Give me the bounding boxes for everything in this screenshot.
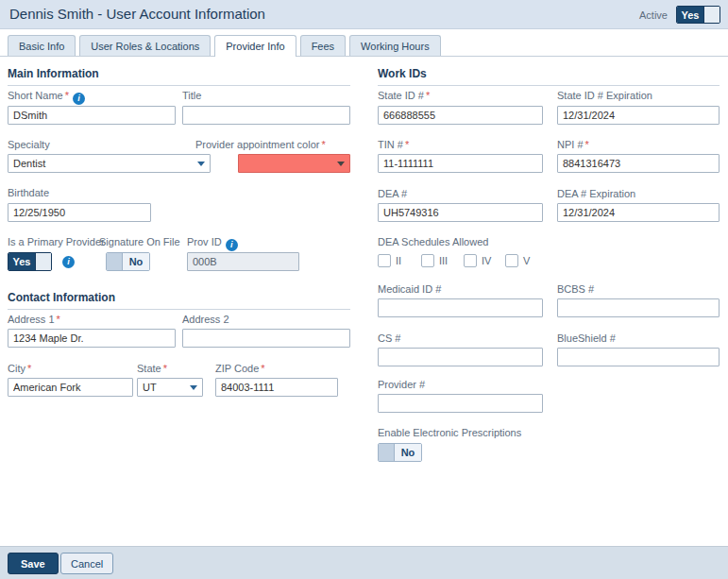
- state-id-label: State ID #*: [378, 90, 430, 101]
- dea-label: DEA #: [378, 188, 407, 199]
- title-input[interactable]: [182, 106, 350, 125]
- signature-on-file-toggle[interactable]: No: [106, 252, 150, 271]
- info-icon[interactable]: i: [73, 93, 85, 105]
- required-marker: *: [163, 363, 167, 374]
- state-id-exp-label: State ID # Expiration: [557, 90, 652, 101]
- chevron-down-icon: [190, 385, 197, 390]
- medicaid-label: Medicaid ID #: [378, 283, 441, 295]
- checkbox[interactable]: [421, 254, 434, 267]
- bcbs-label: BCBS #: [557, 283, 594, 295]
- state-label: State*: [137, 363, 167, 374]
- active-toggle[interactable]: Yes: [676, 6, 720, 24]
- npi-label: NPI #*: [557, 139, 589, 150]
- save-button[interactable]: Save: [8, 553, 59, 574]
- dea-schedule-iii-checkbox[interactable]: III: [421, 253, 448, 268]
- dea-schedule-iv-checkbox[interactable]: IV: [464, 253, 491, 268]
- dea-schedule-ii-checkbox[interactable]: II: [378, 253, 401, 268]
- state-select[interactable]: UT: [137, 378, 203, 397]
- dea-input[interactable]: [378, 203, 543, 222]
- short-name-input[interactable]: [8, 106, 176, 125]
- address1-label: Address 1*: [8, 314, 60, 325]
- chevron-down-icon: [337, 162, 345, 166]
- blueshield-input[interactable]: [557, 348, 720, 366]
- page-title: Dennis Smith - User Account Information: [9, 0, 265, 28]
- short-name-label: Short Name*i: [8, 90, 85, 105]
- toggle-knob: [703, 7, 720, 23]
- specialty-select[interactable]: Dentist: [8, 154, 211, 173]
- zip-label: ZIP Code*: [215, 363, 265, 374]
- city-label: City*: [8, 363, 31, 374]
- birthdate-input[interactable]: [8, 203, 151, 222]
- provider-number-label: Provider #: [378, 379, 425, 390]
- medicaid-input[interactable]: [378, 298, 543, 317]
- primary-provider-label: Is a Primary Provider: [8, 236, 105, 247]
- bcbs-input[interactable]: [557, 298, 720, 317]
- checkbox[interactable]: [505, 254, 518, 267]
- main-information-heading: Main Information: [8, 67, 350, 86]
- active-label: Active: [639, 9, 668, 21]
- tab-user-roles-locations[interactable]: User Roles & Locations: [79, 35, 211, 56]
- toggle-knob: [35, 253, 51, 270]
- chevron-down-icon: [197, 162, 205, 166]
- prov-id-label: Prov IDi: [187, 236, 238, 251]
- tab-bar: Basic Info User Roles & Locations Provid…: [8, 35, 441, 57]
- state-value: UT: [143, 382, 157, 393]
- tin-input[interactable]: [378, 154, 543, 173]
- header: Dennis Smith - User Account Information …: [0, 0, 728, 29]
- npi-input[interactable]: [557, 154, 720, 173]
- address2-label: Address 2: [182, 314, 229, 325]
- prov-id-input: [187, 252, 299, 271]
- required-marker: *: [65, 90, 69, 101]
- city-input[interactable]: [8, 378, 133, 397]
- toggle-knob: [107, 253, 123, 270]
- tab-provider-info[interactable]: Provider Info: [214, 35, 296, 57]
- required-marker: *: [585, 139, 589, 150]
- required-marker: *: [57, 314, 60, 325]
- state-id-input[interactable]: [378, 106, 543, 125]
- checkbox[interactable]: [378, 254, 391, 267]
- cs-input[interactable]: [378, 348, 543, 366]
- required-marker: *: [405, 139, 409, 150]
- info-icon[interactable]: i: [226, 239, 238, 251]
- blueshield-label: BlueShield #: [557, 332, 616, 344]
- toggle-value: Yes: [677, 7, 703, 23]
- state-id-exp-input[interactable]: [557, 106, 720, 125]
- required-marker: *: [261, 363, 264, 374]
- dea-schedule-v-checkbox[interactable]: V: [505, 253, 530, 268]
- toggle-value: No: [395, 444, 421, 461]
- cancel-button[interactable]: Cancel: [60, 553, 113, 574]
- tab-basic-info[interactable]: Basic Info: [8, 35, 76, 56]
- title-label: Title: [182, 90, 201, 101]
- tab-fees[interactable]: Fees: [300, 35, 346, 56]
- tin-label: TIN #*: [378, 139, 409, 150]
- e-prescriptions-toggle[interactable]: No: [378, 443, 422, 462]
- contact-information-heading: Contact Information: [8, 291, 350, 310]
- dea-exp-input[interactable]: [557, 203, 720, 222]
- primary-provider-toggle[interactable]: Yes: [8, 252, 52, 271]
- address2-input[interactable]: [182, 329, 350, 348]
- info-icon[interactable]: i: [62, 256, 75, 268]
- signature-on-file-label: Signature On File: [99, 236, 180, 247]
- appointment-color-label: Provider appointment color*: [195, 139, 326, 150]
- specialty-label: Specialty: [8, 139, 50, 150]
- address1-input[interactable]: [8, 329, 176, 348]
- required-marker: *: [426, 90, 430, 101]
- dea-exp-label: DEA # Expiration: [557, 188, 635, 199]
- toggle-value: No: [123, 253, 149, 270]
- toggle-knob: [379, 444, 395, 461]
- required-marker: *: [27, 363, 31, 374]
- appointment-color-select[interactable]: [238, 154, 350, 173]
- specialty-value: Dentist: [13, 158, 45, 169]
- birthdate-label: Birthdate: [8, 187, 49, 198]
- provider-number-input[interactable]: [378, 394, 543, 413]
- e-prescriptions-label: Enable Electronic Prescriptions: [378, 427, 521, 438]
- work-ids-heading: Work IDs: [378, 67, 720, 86]
- dea-schedules-label: DEA Schedules Allowed: [378, 236, 488, 247]
- user-account-window: Dennis Smith - User Account Information …: [0, 0, 728, 579]
- footer-bar: Save Cancel: [0, 546, 728, 579]
- cs-label: CS #: [378, 332, 400, 344]
- checkbox[interactable]: [464, 254, 477, 267]
- required-marker: *: [321, 139, 325, 150]
- zip-input[interactable]: [215, 378, 338, 397]
- tab-working-hours[interactable]: Working Hours: [349, 35, 441, 56]
